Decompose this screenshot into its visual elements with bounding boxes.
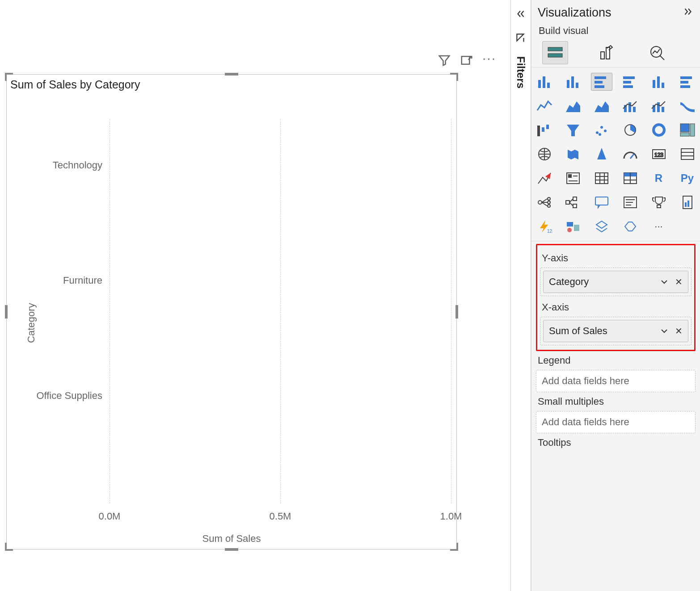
viz-type-line-stacked[interactable] xyxy=(648,97,670,115)
viz-type-waterfall[interactable] xyxy=(534,121,555,139)
viz-type-decomposition[interactable] xyxy=(562,193,584,211)
x-tick: 0.0M xyxy=(99,511,121,522)
category-label: Furniture xyxy=(63,275,102,286)
svg-rect-32 xyxy=(546,125,549,129)
pane-title: Visualizations xyxy=(538,6,611,20)
viz-type-stacked-bar-h[interactable] xyxy=(591,73,612,91)
viz-type-line-clustered[interactable] xyxy=(620,97,641,115)
viz-type-paginated[interactable] xyxy=(677,193,698,211)
svg-rect-28 xyxy=(657,102,660,112)
viz-type-clustered-bar-h[interactable] xyxy=(620,73,641,91)
svg-rect-82 xyxy=(567,222,573,226)
viz-type-funnel[interactable] xyxy=(562,121,584,139)
viz-type-stacked-area[interactable] xyxy=(591,97,612,115)
report-canvas[interactable]: ··· Sum of Sales by Category Category Su… xyxy=(0,0,510,591)
svg-rect-40 xyxy=(690,124,695,136)
more-options-icon[interactable]: ··· xyxy=(482,54,496,69)
svg-rect-18 xyxy=(653,80,655,88)
well-small-multiples-placeholder[interactable]: Add data fields here xyxy=(536,411,696,433)
svg-line-64 xyxy=(542,202,547,206)
mode-analytics[interactable] xyxy=(644,41,670,64)
viz-type-kpi[interactable] xyxy=(534,169,555,187)
viz-type-qna[interactable] xyxy=(591,193,612,211)
viz-type-table[interactable] xyxy=(591,169,612,187)
svg-rect-25 xyxy=(628,102,631,112)
viz-type-gauge[interactable] xyxy=(620,145,641,163)
well-legend-placeholder[interactable]: Add data fields here xyxy=(536,370,696,392)
well-label-tooltips: Tooltips xyxy=(538,437,694,448)
viz-type-more[interactable] xyxy=(620,218,641,235)
chart-visual[interactable]: Sum of Sales by Category Category Sum of… xyxy=(6,74,457,549)
viz-type-matrix[interactable] xyxy=(620,169,641,187)
axis-wells-highlight: Y-axis Category ✕ X-axis Sum of Sales xyxy=(536,244,696,351)
viz-type-pie[interactable] xyxy=(620,121,641,139)
viz-type-stacked-bar[interactable] xyxy=(534,73,555,91)
y-axis-label: Category xyxy=(25,303,37,343)
svg-rect-79 xyxy=(685,202,687,207)
mode-build[interactable] xyxy=(542,41,568,64)
viz-type-app-source[interactable] xyxy=(591,218,612,235)
visualizations-pane: Visualizations Build visual 123RPy123···… xyxy=(531,0,700,591)
viz-type-filled-map[interactable] xyxy=(562,145,584,163)
viz-type-card[interactable]: 123 xyxy=(648,145,670,163)
well-x-axis-field[interactable]: Sum of Sales ✕ xyxy=(543,320,688,342)
chevron-down-icon[interactable] xyxy=(660,327,669,335)
viz-type-trophy[interactable] xyxy=(648,193,670,211)
viz-type-map[interactable] xyxy=(534,145,555,163)
viz-type-key-influencers[interactable] xyxy=(534,193,555,211)
svg-line-62 xyxy=(542,199,547,202)
svg-point-34 xyxy=(600,126,603,129)
remove-field-icon[interactable]: ✕ xyxy=(675,277,683,287)
viz-type-shape-map[interactable] xyxy=(562,218,584,235)
svg-rect-26 xyxy=(633,107,636,112)
remove-field-icon[interactable]: ✕ xyxy=(675,326,683,336)
chart-title: Sum of Sales by Category xyxy=(10,78,456,91)
mode-tabs xyxy=(531,37,700,67)
viz-gallery: 123RPy123··· xyxy=(531,67,700,241)
focus-mode-icon[interactable] xyxy=(460,54,473,69)
viz-type-ellipsis[interactable]: ··· xyxy=(648,218,670,235)
svg-rect-49 xyxy=(569,175,571,177)
viz-type-line[interactable] xyxy=(534,97,555,115)
svg-rect-73 xyxy=(595,197,608,205)
viz-type-stacked-100-bar-h[interactable] xyxy=(677,73,698,91)
viz-type-stacked-100-bar[interactable] xyxy=(648,73,670,91)
svg-text:123: 123 xyxy=(654,152,663,158)
filters-pane-collapsed[interactable]: Filters xyxy=(510,0,531,591)
svg-point-66 xyxy=(548,201,550,204)
x-tick: 1.0M xyxy=(440,511,462,522)
viz-type-scatter[interactable] xyxy=(591,121,612,139)
viz-type-slicer[interactable] xyxy=(562,169,584,187)
svg-rect-19 xyxy=(657,76,660,88)
x-axis-label: Sum of Sales xyxy=(202,533,261,545)
viz-type-treemap[interactable] xyxy=(677,121,698,139)
svg-point-65 xyxy=(548,197,550,200)
expand-chevrons-icon[interactable] xyxy=(682,6,694,19)
collapse-chevrons-icon[interactable] xyxy=(515,8,527,21)
viz-type-clustered-bar[interactable] xyxy=(562,73,584,91)
viz-type-py[interactable]: Py xyxy=(677,169,698,187)
filters-label: Filters xyxy=(514,56,527,88)
svg-point-67 xyxy=(548,205,550,207)
viz-type-ribbon[interactable] xyxy=(677,97,698,115)
viz-type-r[interactable]: R xyxy=(648,169,670,187)
svg-rect-1 xyxy=(548,47,562,51)
viz-type-area[interactable] xyxy=(562,97,584,115)
well-label-legend: Legend xyxy=(538,355,694,366)
viz-type-azure-map[interactable] xyxy=(591,145,612,163)
well-field-name: Category xyxy=(549,276,589,288)
bookmark-icon[interactable] xyxy=(515,32,527,46)
svg-rect-13 xyxy=(595,81,603,84)
svg-rect-23 xyxy=(680,85,690,88)
viz-type-multi-row-card[interactable] xyxy=(677,145,698,163)
chevron-down-icon[interactable] xyxy=(660,277,669,286)
svg-point-36 xyxy=(599,133,601,136)
svg-rect-0 xyxy=(462,56,470,64)
funnel-filter-icon[interactable] xyxy=(438,54,451,69)
viz-type-power-automate[interactable]: 123 xyxy=(534,218,555,235)
viz-type-smart-narrative[interactable] xyxy=(620,193,641,211)
svg-rect-31 xyxy=(542,127,544,132)
viz-type-donut[interactable] xyxy=(648,121,670,139)
mode-format[interactable] xyxy=(593,41,619,64)
well-y-axis-field[interactable]: Category ✕ xyxy=(543,271,688,293)
